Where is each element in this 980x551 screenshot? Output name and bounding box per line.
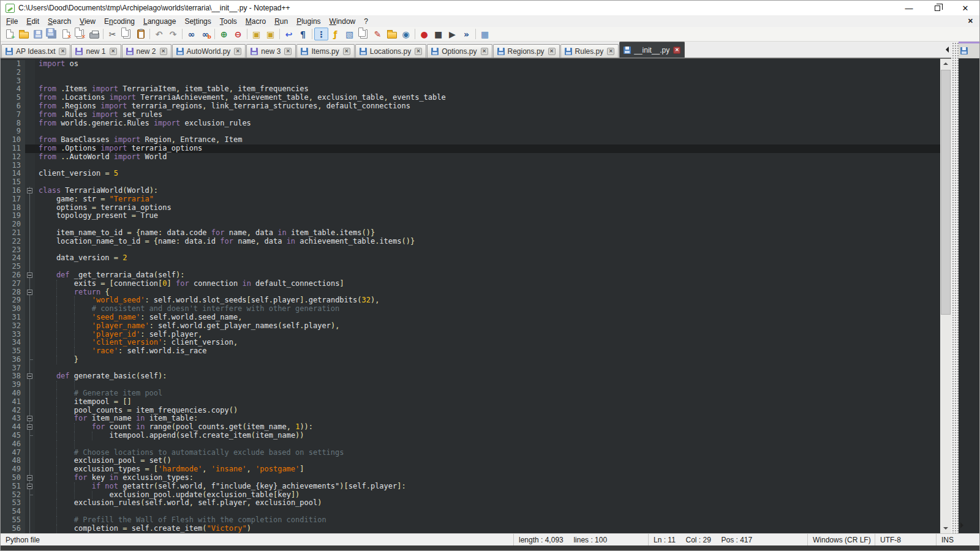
code-line[interactable]: 16class TerrariaWorld(World): bbox=[1, 187, 940, 195]
edit-pencil-button[interactable]: ✎ bbox=[371, 28, 385, 40]
code-line[interactable]: 40 # Generate item pool bbox=[1, 389, 940, 398]
close-button[interactable]: ✕ bbox=[951, 1, 979, 15]
code-line[interactable]: 32 'player_name': self.world.get_player_… bbox=[1, 322, 940, 331]
code-line[interactable]: 31 'seed_name': self.world.seed_name, bbox=[1, 313, 940, 322]
show-all-characters-button[interactable]: ¶ bbox=[296, 28, 310, 40]
view-splitter[interactable] bbox=[951, 42, 959, 533]
macro-save-button[interactable]: ▦ bbox=[478, 28, 492, 40]
menu-file[interactable]: File bbox=[2, 16, 22, 27]
menu-view[interactable]: View bbox=[75, 16, 100, 27]
tab-options-py[interactable]: Options.py✕ bbox=[427, 44, 492, 58]
print-button[interactable] bbox=[87, 28, 101, 40]
tab-new-2[interactable]: new 2✕ bbox=[122, 44, 172, 58]
monitoring-eye-button[interactable]: ◉ bbox=[399, 28, 413, 40]
close-button[interactable]: ✕ bbox=[59, 28, 73, 40]
code-line[interactable]: 7from .Rules import set_rules bbox=[1, 111, 940, 119]
minimize-button[interactable]: — bbox=[895, 1, 923, 15]
code-line[interactable]: 49 exclusion_types = ['hardmode', 'insan… bbox=[1, 465, 940, 474]
fold-collapse-icon[interactable] bbox=[25, 187, 35, 195]
macro-play-button[interactable]: ▶ bbox=[445, 28, 459, 40]
word-wrap-button[interactable]: ↩ bbox=[282, 28, 296, 40]
menu-encoding[interactable]: Encoding bbox=[100, 16, 139, 27]
undo-button[interactable]: ↶ bbox=[152, 28, 166, 40]
code-line[interactable]: 15 bbox=[1, 178, 940, 187]
tab-close-icon[interactable]: ✕ bbox=[481, 48, 488, 55]
tab-scroll-left-icon[interactable] bbox=[946, 47, 949, 53]
code-line[interactable]: 54 bbox=[1, 508, 940, 516]
menu-[interactable]: ? bbox=[360, 16, 372, 27]
code-line[interactable]: 46 bbox=[1, 440, 940, 449]
code-line[interactable]: 42 pool_counts = item_frequencies.copy() bbox=[1, 407, 940, 415]
folder-as-workspace-button[interactable] bbox=[385, 28, 399, 40]
menu-run[interactable]: Run bbox=[270, 16, 292, 27]
code-line[interactable]: 41 itempool = [] bbox=[1, 398, 940, 407]
fold-collapse-icon[interactable] bbox=[25, 482, 35, 491]
zoom-in-button[interactable]: ⊕ bbox=[217, 28, 231, 40]
code-line[interactable]: 56 completion = self.create_item("Victor… bbox=[1, 525, 940, 533]
zoom-out-button[interactable]: ⊖ bbox=[231, 28, 245, 40]
redo-button[interactable]: ↷ bbox=[166, 28, 180, 40]
fold-collapse-icon[interactable] bbox=[25, 474, 35, 482]
code-line[interactable]: 10from BaseClasses import Region, Entran… bbox=[1, 136, 940, 144]
save-all-button[interactable] bbox=[45, 28, 59, 40]
code-editor[interactable]: 1import os234from .Items import Terraria… bbox=[1, 58, 940, 533]
tab--init-py[interactable]: __init__.py✕ bbox=[619, 42, 685, 58]
tab-close-icon[interactable]: ✕ bbox=[343, 48, 350, 55]
code-line[interactable]: 39 bbox=[1, 381, 940, 389]
code-line[interactable]: 9 bbox=[1, 127, 940, 136]
restore-button[interactable] bbox=[923, 1, 951, 15]
tab-ap-ideas-txt[interactable]: AP Ideas.txt✕ bbox=[1, 44, 70, 58]
code-line[interactable]: 51 if not getattr(self.world, f"include_… bbox=[1, 482, 940, 491]
paste-button[interactable] bbox=[134, 28, 148, 40]
code-line[interactable]: 34 'client_version': client_version, bbox=[1, 339, 940, 347]
code-line[interactable]: 28 return { bbox=[1, 288, 940, 297]
macro-run-multiple-button[interactable]: » bbox=[459, 28, 473, 40]
new-file-button[interactable]: + bbox=[2, 28, 17, 40]
code-line[interactable]: 33 'player_id': self.player, bbox=[1, 331, 940, 339]
secondary-pane-editor[interactable] bbox=[959, 58, 979, 533]
tab-new-3[interactable]: new 3✕ bbox=[246, 44, 296, 58]
fold-collapse-icon[interactable] bbox=[25, 423, 35, 432]
code-line[interactable]: 6from .Regions import terraria_regions, … bbox=[1, 102, 940, 111]
fold-collapse-icon[interactable] bbox=[25, 372, 35, 381]
code-line[interactable]: 11from .Options import terraria_options bbox=[1, 144, 940, 153]
tab-close-icon[interactable]: ✕ bbox=[284, 48, 292, 55]
code-line[interactable]: 26 def _get_terraria_data(self): bbox=[1, 271, 940, 280]
cut-button[interactable]: ✂ bbox=[105, 28, 119, 40]
tab-close-icon[interactable]: ✕ bbox=[415, 48, 422, 55]
menu-edit[interactable]: Edit bbox=[22, 16, 43, 27]
menu-search[interactable]: Search bbox=[43, 16, 75, 27]
code-line[interactable]: 36 } bbox=[1, 356, 940, 364]
tab-close-icon[interactable]: ✕ bbox=[234, 48, 241, 55]
title-bar[interactable]: C:\Users\Dood\Documents\tmp\Archipelago\… bbox=[1, 1, 979, 15]
code-line[interactable]: 53 exclusion_rules(self.world, self.play… bbox=[1, 499, 940, 508]
fold-collapse-icon[interactable] bbox=[25, 288, 35, 297]
code-line[interactable]: 48 exclusion_pool = set() bbox=[1, 457, 940, 465]
code-line[interactable]: 43 for item_name in item_table: bbox=[1, 414, 940, 423]
code-line[interactable]: 25 bbox=[1, 263, 940, 271]
code-line[interactable]: 5from .Locations import TerrariaAchievem… bbox=[1, 94, 940, 102]
tab-close-icon[interactable]: ✕ bbox=[110, 48, 117, 55]
code-line[interactable]: 27 exits = [connection[0] for connection… bbox=[1, 280, 940, 288]
code-line[interactable]: 37 bbox=[1, 364, 940, 373]
tab-rules-py[interactable]: Rules.py✕ bbox=[560, 44, 619, 58]
tab-regions-py[interactable]: Regions.py✕ bbox=[493, 44, 560, 58]
document-list-button[interactable] bbox=[356, 28, 371, 40]
tab-autoworld-py[interactable]: AutoWorld.py✕ bbox=[172, 44, 246, 58]
menu-language[interactable]: Language bbox=[139, 16, 180, 27]
open-folder-button[interactable] bbox=[17, 28, 31, 40]
document-close-icon[interactable]: ✕ bbox=[968, 17, 973, 25]
code-line[interactable]: 3 bbox=[1, 77, 940, 86]
macro-record-button[interactable]: ● bbox=[417, 28, 431, 40]
code-line[interactable]: 38 def generate_basic(self): bbox=[1, 372, 940, 381]
code-line[interactable]: 14client_version = 5 bbox=[1, 170, 940, 178]
code-line[interactable]: 44 for count in range(pool_counts.get(it… bbox=[1, 423, 940, 432]
code-line[interactable]: 20 bbox=[1, 220, 940, 229]
vertical-scrollbar[interactable] bbox=[940, 58, 951, 533]
menu-window[interactable]: Window bbox=[325, 16, 360, 27]
code-line[interactable]: 29 'world_seed': self.world.slot_seeds[s… bbox=[1, 296, 940, 305]
code-line[interactable]: 12from ..AutoWorld import World bbox=[1, 153, 940, 162]
close-all-button[interactable]: ✕ bbox=[73, 28, 87, 40]
code-line[interactable]: 1import os bbox=[1, 60, 940, 69]
menu-plugins[interactable]: Plugins bbox=[292, 16, 325, 27]
